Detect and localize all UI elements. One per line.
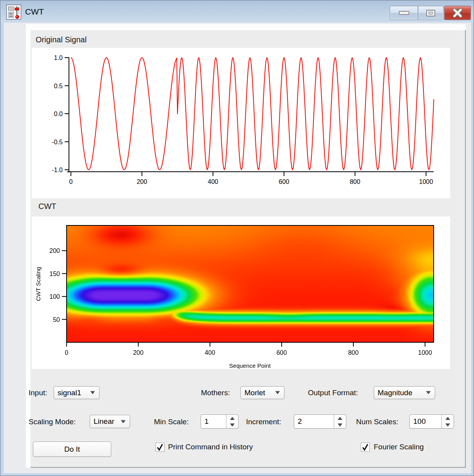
y-tick-label: 0.0	[54, 111, 63, 117]
y-tick-label: -1.0	[52, 167, 63, 173]
x-tick-label: 800	[350, 178, 360, 185]
maximize-icon	[426, 10, 435, 16]
y-tick-label: 0.5	[54, 83, 63, 89]
x-tick-label: 1000	[419, 178, 433, 185]
num-scales-spin-up-button[interactable]	[442, 415, 454, 421]
cwt-x-axis-title: Sequence Point	[229, 362, 271, 369]
min-scale-label: Min Scale:	[154, 418, 189, 426]
signal-plot-svg: 1.00.50.0-0.5-1.002004006008001000	[32, 48, 450, 198]
chevron-down-icon	[275, 391, 280, 394]
input-dropdown[interactable]: signal1	[54, 386, 100, 399]
check-icon	[361, 443, 369, 451]
cwt-window: CWT Original Signal 1.00.50.0-0.5-1.0020…	[0, 0, 474, 476]
increment-spin-down-button[interactable]	[334, 421, 346, 428]
chevron-down-icon	[426, 391, 431, 394]
titlebar[interactable]: CWT	[1, 0, 474, 23]
cwt-y-axis-title: CWT Scaling	[35, 267, 42, 301]
check-icon	[156, 443, 164, 451]
output-format-label: Output Format:	[308, 389, 358, 397]
increment-spinbox[interactable]: 2	[294, 414, 346, 429]
spin-up-icon	[230, 417, 235, 420]
x-tick-label: 400	[205, 349, 215, 356]
num-scales-value[interactable]: 100	[410, 415, 441, 428]
y-tick-label: -0.5	[52, 139, 63, 145]
scaling-mode-label: Scaling Mode:	[29, 418, 76, 426]
x-tick-label: 200	[137, 178, 147, 185]
num-scales-label: Num Scales:	[356, 418, 398, 426]
minimize-button[interactable]	[390, 6, 418, 20]
x-tick-label: 600	[277, 349, 287, 356]
num-scales-spinbox[interactable]: 100	[409, 414, 454, 429]
y-tick-label: 1.0	[54, 55, 63, 61]
x-tick-label: 1000	[418, 349, 432, 356]
y-tick-label: 200	[49, 247, 60, 254]
original-signal-title: Original Signal	[36, 35, 87, 44]
min-scale-spinbox[interactable]: 1	[201, 414, 239, 429]
y-tick-label: 50	[53, 316, 60, 323]
spin-up-icon	[338, 417, 342, 420]
x-tick-label: 0	[65, 349, 69, 356]
num-scales-spin-down-button[interactable]	[442, 421, 454, 428]
fourier-scaling-checkbox[interactable]	[361, 443, 370, 452]
close-icon	[451, 8, 464, 18]
y-tick-label: 150	[49, 271, 60, 277]
chevron-down-icon	[121, 420, 126, 423]
x-tick-label: 400	[208, 178, 218, 185]
minimize-icon	[399, 11, 409, 15]
chevron-down-icon	[90, 391, 95, 394]
panel-icon	[6, 5, 21, 20]
cwt-title: CWT	[38, 202, 56, 211]
y-tick-label: 100	[49, 293, 60, 300]
scaling-mode-dropdown[interactable]: Linear	[90, 415, 130, 428]
spin-down-icon	[445, 423, 450, 427]
cwt-axes-svg: 5010015020002004006008001000	[32, 216, 450, 369]
input-label: Input:	[29, 389, 47, 397]
x-tick-label: 0	[69, 178, 73, 185]
maximize-button[interactable]	[418, 6, 443, 20]
output-format-dropdown[interactable]: Magnitude	[374, 386, 435, 399]
do-it-button[interactable]: Do It	[33, 441, 111, 457]
mothers-label: Mothers:	[201, 389, 230, 397]
increment-spin-up-button[interactable]	[334, 415, 346, 421]
spin-down-icon	[230, 423, 235, 427]
print-command-label: Print Command in History	[168, 443, 253, 451]
min-scale-spin-up-button[interactable]	[226, 415, 238, 421]
increment-label: Increment:	[246, 418, 281, 426]
mothers-dropdown[interactable]: Morlet	[241, 386, 284, 399]
window-title: CWT	[25, 7, 44, 16]
original-signal-plot: 1.00.50.0-0.5-1.002004006008001000	[32, 48, 450, 198]
close-button[interactable]	[444, 6, 471, 20]
min-scale-value[interactable]: 1	[201, 415, 226, 428]
x-tick-label: 800	[348, 349, 359, 356]
signal-line	[71, 58, 434, 170]
min-scale-spin-down-button[interactable]	[226, 421, 238, 428]
print-command-checkbox[interactable]	[156, 443, 165, 452]
spin-up-icon	[445, 417, 450, 420]
increment-value[interactable]: 2	[294, 415, 334, 428]
cwt-plot: 5010015020002004006008001000 CWT Scaling…	[32, 216, 450, 369]
fourier-scaling-label: Fourier Scaling	[374, 443, 424, 451]
spin-down-icon	[338, 423, 342, 427]
x-tick-label: 200	[133, 349, 144, 356]
x-tick-label: 600	[279, 178, 289, 185]
